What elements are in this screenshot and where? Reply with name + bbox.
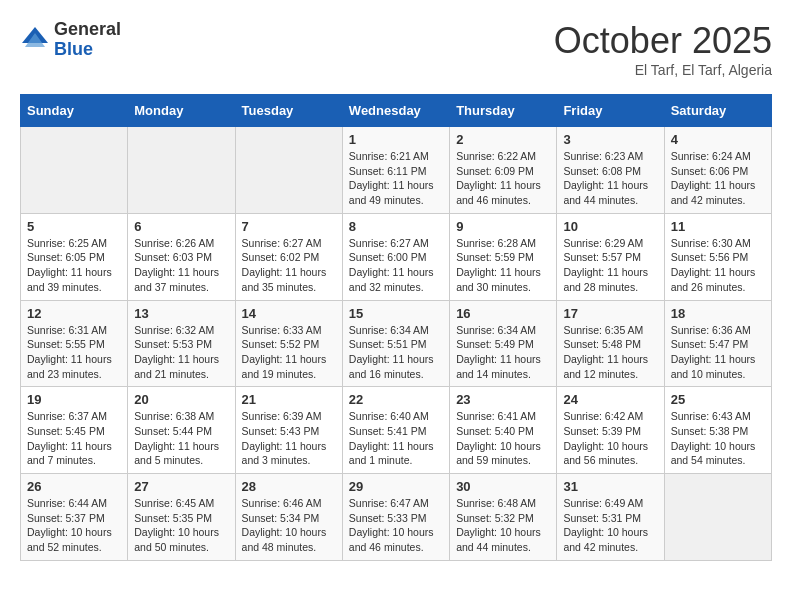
sunset-text: Sunset: 5:31 PM (563, 512, 641, 524)
calendar-cell: 11 Sunrise: 6:30 AM Sunset: 5:56 PM Dayl… (664, 213, 771, 300)
calendar-cell: 18 Sunrise: 6:36 AM Sunset: 5:47 PM Dayl… (664, 300, 771, 387)
calendar-cell: 16 Sunrise: 6:34 AM Sunset: 5:49 PM Dayl… (450, 300, 557, 387)
calendar-cell: 14 Sunrise: 6:33 AM Sunset: 5:52 PM Dayl… (235, 300, 342, 387)
sunrise-text: Sunrise: 6:37 AM (27, 410, 107, 422)
calendar-cell: 13 Sunrise: 6:32 AM Sunset: 5:53 PM Dayl… (128, 300, 235, 387)
sunrise-text: Sunrise: 6:47 AM (349, 497, 429, 509)
calendar-cell: 29 Sunrise: 6:47 AM Sunset: 5:33 PM Dayl… (342, 474, 449, 561)
daylight-text: Daylight: 11 hours and 19 minutes. (242, 353, 327, 380)
logo-text: General Blue (54, 20, 121, 60)
day-info: Sunrise: 6:48 AM Sunset: 5:32 PM Dayligh… (456, 496, 550, 555)
sunrise-text: Sunrise: 6:21 AM (349, 150, 429, 162)
sunset-text: Sunset: 6:06 PM (671, 165, 749, 177)
sunrise-text: Sunrise: 6:35 AM (563, 324, 643, 336)
sunrise-text: Sunrise: 6:32 AM (134, 324, 214, 336)
daylight-text: Daylight: 11 hours and 5 minutes. (134, 440, 219, 467)
day-info: Sunrise: 6:49 AM Sunset: 5:31 PM Dayligh… (563, 496, 657, 555)
calendar-cell (664, 474, 771, 561)
sunrise-text: Sunrise: 6:24 AM (671, 150, 751, 162)
calendar-cell: 31 Sunrise: 6:49 AM Sunset: 5:31 PM Dayl… (557, 474, 664, 561)
daylight-text: Daylight: 10 hours and 52 minutes. (27, 526, 112, 553)
sunset-text: Sunset: 5:45 PM (27, 425, 105, 437)
calendar-cell: 12 Sunrise: 6:31 AM Sunset: 5:55 PM Dayl… (21, 300, 128, 387)
sunrise-text: Sunrise: 6:29 AM (563, 237, 643, 249)
day-info: Sunrise: 6:46 AM Sunset: 5:34 PM Dayligh… (242, 496, 336, 555)
sunrise-text: Sunrise: 6:40 AM (349, 410, 429, 422)
weekday-header-friday: Friday (557, 95, 664, 127)
day-info: Sunrise: 6:44 AM Sunset: 5:37 PM Dayligh… (27, 496, 121, 555)
sunrise-text: Sunrise: 6:30 AM (671, 237, 751, 249)
sunrise-text: Sunrise: 6:33 AM (242, 324, 322, 336)
calendar-cell: 3 Sunrise: 6:23 AM Sunset: 6:08 PM Dayli… (557, 127, 664, 214)
sunrise-text: Sunrise: 6:25 AM (27, 237, 107, 249)
day-number: 5 (27, 219, 121, 234)
sunset-text: Sunset: 5:57 PM (563, 251, 641, 263)
daylight-text: Daylight: 10 hours and 48 minutes. (242, 526, 327, 553)
day-info: Sunrise: 6:45 AM Sunset: 5:35 PM Dayligh… (134, 496, 228, 555)
sunset-text: Sunset: 5:41 PM (349, 425, 427, 437)
sunset-text: Sunset: 5:32 PM (456, 512, 534, 524)
daylight-text: Daylight: 11 hours and 16 minutes. (349, 353, 434, 380)
day-info: Sunrise: 6:27 AM Sunset: 6:00 PM Dayligh… (349, 236, 443, 295)
logo: General Blue (20, 20, 121, 60)
day-info: Sunrise: 6:26 AM Sunset: 6:03 PM Dayligh… (134, 236, 228, 295)
sunrise-text: Sunrise: 6:38 AM (134, 410, 214, 422)
day-info: Sunrise: 6:25 AM Sunset: 6:05 PM Dayligh… (27, 236, 121, 295)
sunrise-text: Sunrise: 6:44 AM (27, 497, 107, 509)
day-number: 8 (349, 219, 443, 234)
daylight-text: Daylight: 10 hours and 42 minutes. (563, 526, 648, 553)
day-number: 23 (456, 392, 550, 407)
day-number: 31 (563, 479, 657, 494)
sunset-text: Sunset: 5:52 PM (242, 338, 320, 350)
sunrise-text: Sunrise: 6:23 AM (563, 150, 643, 162)
day-info: Sunrise: 6:33 AM Sunset: 5:52 PM Dayligh… (242, 323, 336, 382)
daylight-text: Daylight: 11 hours and 3 minutes. (242, 440, 327, 467)
sunset-text: Sunset: 5:53 PM (134, 338, 212, 350)
day-number: 11 (671, 219, 765, 234)
sunset-text: Sunset: 6:08 PM (563, 165, 641, 177)
day-info: Sunrise: 6:38 AM Sunset: 5:44 PM Dayligh… (134, 409, 228, 468)
weekday-header-row: SundayMondayTuesdayWednesdayThursdayFrid… (21, 95, 772, 127)
sunrise-text: Sunrise: 6:43 AM (671, 410, 751, 422)
day-info: Sunrise: 6:36 AM Sunset: 5:47 PM Dayligh… (671, 323, 765, 382)
day-number: 15 (349, 306, 443, 321)
calendar-cell: 30 Sunrise: 6:48 AM Sunset: 5:32 PM Dayl… (450, 474, 557, 561)
day-info: Sunrise: 6:23 AM Sunset: 6:08 PM Dayligh… (563, 149, 657, 208)
weekday-header-monday: Monday (128, 95, 235, 127)
calendar-week-row: 26 Sunrise: 6:44 AM Sunset: 5:37 PM Dayl… (21, 474, 772, 561)
sunrise-text: Sunrise: 6:39 AM (242, 410, 322, 422)
sunrise-text: Sunrise: 6:46 AM (242, 497, 322, 509)
day-info: Sunrise: 6:41 AM Sunset: 5:40 PM Dayligh… (456, 409, 550, 468)
sunrise-text: Sunrise: 6:31 AM (27, 324, 107, 336)
sunset-text: Sunset: 6:03 PM (134, 251, 212, 263)
day-info: Sunrise: 6:21 AM Sunset: 6:11 PM Dayligh… (349, 149, 443, 208)
calendar-cell: 25 Sunrise: 6:43 AM Sunset: 5:38 PM Dayl… (664, 387, 771, 474)
day-number: 16 (456, 306, 550, 321)
sunrise-text: Sunrise: 6:36 AM (671, 324, 751, 336)
calendar-cell: 5 Sunrise: 6:25 AM Sunset: 6:05 PM Dayli… (21, 213, 128, 300)
day-number: 13 (134, 306, 228, 321)
sunset-text: Sunset: 5:37 PM (27, 512, 105, 524)
weekday-header-sunday: Sunday (21, 95, 128, 127)
logo-general-text: General (54, 20, 121, 40)
sunset-text: Sunset: 5:59 PM (456, 251, 534, 263)
sunrise-text: Sunrise: 6:34 AM (349, 324, 429, 336)
sunset-text: Sunset: 5:39 PM (563, 425, 641, 437)
calendar-cell: 26 Sunrise: 6:44 AM Sunset: 5:37 PM Dayl… (21, 474, 128, 561)
day-number: 29 (349, 479, 443, 494)
sunset-text: Sunset: 5:44 PM (134, 425, 212, 437)
daylight-text: Daylight: 11 hours and 32 minutes. (349, 266, 434, 293)
calendar-cell: 10 Sunrise: 6:29 AM Sunset: 5:57 PM Dayl… (557, 213, 664, 300)
day-info: Sunrise: 6:32 AM Sunset: 5:53 PM Dayligh… (134, 323, 228, 382)
daylight-text: Daylight: 11 hours and 23 minutes. (27, 353, 112, 380)
daylight-text: Daylight: 10 hours and 56 minutes. (563, 440, 648, 467)
calendar-cell: 19 Sunrise: 6:37 AM Sunset: 5:45 PM Dayl… (21, 387, 128, 474)
calendar-cell (235, 127, 342, 214)
calendar-cell: 6 Sunrise: 6:26 AM Sunset: 6:03 PM Dayli… (128, 213, 235, 300)
weekday-header-wednesday: Wednesday (342, 95, 449, 127)
sunset-text: Sunset: 6:05 PM (27, 251, 105, 263)
calendar-cell: 7 Sunrise: 6:27 AM Sunset: 6:02 PM Dayli… (235, 213, 342, 300)
sunrise-text: Sunrise: 6:22 AM (456, 150, 536, 162)
sunset-text: Sunset: 5:48 PM (563, 338, 641, 350)
calendar-week-row: 5 Sunrise: 6:25 AM Sunset: 6:05 PM Dayli… (21, 213, 772, 300)
